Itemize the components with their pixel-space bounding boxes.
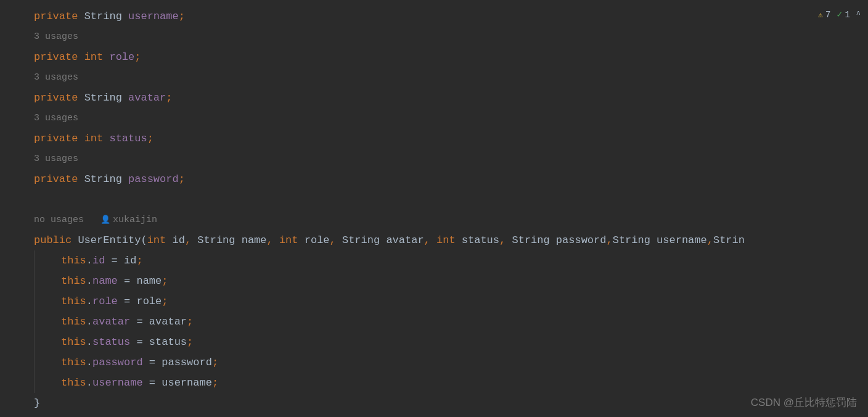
constructor-signature: public UserEntity(int id, String name, i…: [34, 230, 868, 250]
checks-count: 1: [845, 10, 850, 20]
field-declaration: private String password;: [34, 169, 868, 189]
usage-hint[interactable]: no usages 👤xukaijin: [34, 210, 868, 230]
usage-hint[interactable]: 3 usages: [34, 108, 868, 128]
warning-icon: ⚠: [818, 10, 823, 20]
assignment-statement: this.role = role;: [34, 291, 868, 312]
assignment-statement: this.username = username;: [34, 373, 868, 393]
inspection-status-bar[interactable]: ⚠ 7 ✓ 1 ^: [818, 9, 861, 20]
person-icon: 👤: [100, 210, 110, 230]
closing-brace: }: [34, 393, 868, 413]
code-editor[interactable]: private String username; 3 usages privat…: [0, 0, 868, 413]
field-declaration: private String username;: [34, 6, 868, 27]
author-name[interactable]: xukaijin: [113, 215, 157, 225]
usage-hint[interactable]: 3 usages: [34, 27, 868, 47]
blank-line: [34, 189, 868, 210]
check-icon: ✓: [837, 9, 842, 20]
warnings-count: 7: [825, 10, 830, 20]
warnings-indicator[interactable]: ⚠ 7: [818, 10, 830, 20]
checks-indicator[interactable]: ✓ 1: [837, 9, 850, 20]
assignment-statement: this.name = name;: [34, 271, 868, 291]
assignment-statement: this.avatar = avatar;: [34, 312, 868, 332]
assignment-statement: this.id = id;: [34, 250, 868, 271]
field-declaration: private int status;: [34, 128, 868, 149]
field-declaration: private String avatar;: [34, 88, 868, 108]
assignment-statement: this.password = password;: [34, 352, 868, 373]
watermark: CSDN @丘比特惩罚陆: [751, 395, 857, 410]
chevron-up-icon[interactable]: ^: [856, 10, 861, 19]
usage-hint[interactable]: 3 usages: [34, 149, 868, 169]
assignment-statement: this.status = status;: [34, 332, 868, 352]
usage-hint[interactable]: 3 usages: [34, 67, 868, 88]
field-declaration: private int role;: [34, 47, 868, 67]
